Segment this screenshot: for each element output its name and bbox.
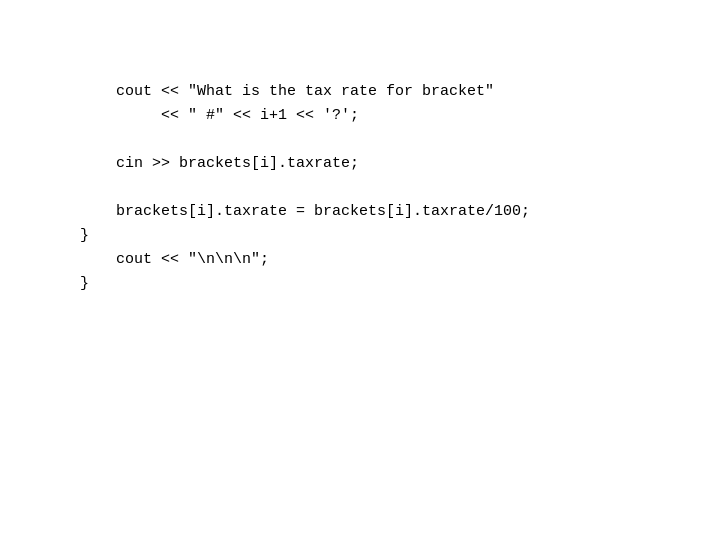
blank-line-1 — [80, 128, 530, 152]
blank-line-2 — [80, 176, 530, 200]
code-line-6: cout << "\n\n\n"; — [80, 248, 530, 272]
code-line-7: } — [80, 272, 530, 296]
code-container: cout << "What is the tax rate for bracke… — [0, 0, 530, 296]
code-line-4: brackets[i].taxrate = brackets[i].taxrat… — [80, 200, 530, 224]
code-line-2: << " #" << i+1 << '?'; — [80, 104, 530, 128]
code-line-5: } — [80, 224, 530, 248]
code-line-1: cout << "What is the tax rate for bracke… — [80, 80, 530, 104]
code-line-3: cin >> brackets[i].taxrate; — [80, 152, 530, 176]
